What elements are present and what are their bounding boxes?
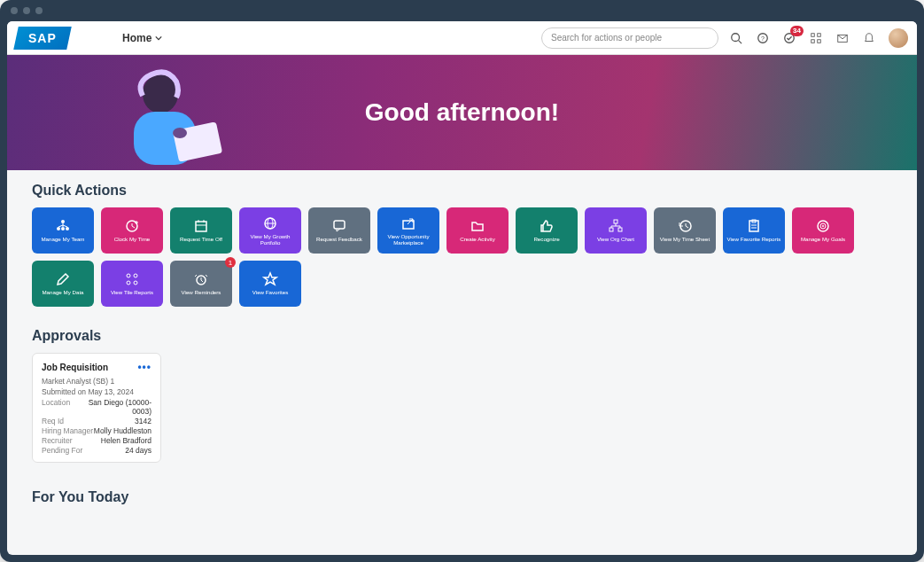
tile-label: Manage My Team [41,236,84,242]
row-key: Location [42,398,70,416]
org-icon [608,218,624,234]
approval-card[interactable]: Job Requisition ••• Market Analyst (SB) … [32,353,161,463]
tile-label: View Reminders [182,289,221,295]
chevron-down-icon [155,35,162,42]
tile-view-opportunity-marketplace[interactable]: View Opportunity Marketplace [377,207,439,254]
row-value: Helen Bradford [101,436,151,445]
thumb-icon [539,218,555,234]
tile-label: Clock My Time [114,236,151,242]
tile-view-tile-reports[interactable]: View Tile Reports [101,261,163,307]
svg-point-40 [134,274,137,277]
logo-text: SAP [28,31,57,45]
row-key: Pending For [42,446,82,455]
tile-clock-my-time[interactable]: Clock My Time [101,207,163,254]
tile-view-org-chart[interactable]: View Org Chart [585,207,647,254]
tile-create-activity[interactable]: Create Activity [446,207,509,254]
row-key: Hiring Manager [42,426,93,435]
svg-rect-8 [818,39,821,43]
card-submitted: Submitted on May 13, 2024 [42,387,151,396]
sap-logo[interactable]: SAP [13,27,72,50]
row-value: San Diego (10000-0003) [70,398,151,416]
svg-point-13 [173,128,187,138]
clock-plus-icon [124,218,140,234]
window-dot [23,7,30,14]
todo-icon[interactable]: 34 [782,31,796,45]
tile-label: Recognize [533,236,559,242]
row-value: 24 days [125,446,151,455]
tile-request-time-off[interactable]: Request Time Off [170,207,232,254]
tile-label: Manage My Goals [801,236,845,242]
folder-icon [470,218,485,234]
row-key: Recruiter [42,436,72,445]
toolbar-icons: ? 34 [729,28,908,48]
calendar-icon [193,218,209,234]
browser-titlebar [0,0,924,21]
pencil-icon [55,271,71,287]
tile-label: View Favorites [252,289,288,295]
tile-view-my-growth-portfolio[interactable]: View My Growth Portfolio [239,207,301,254]
tile-manage-my-team[interactable]: Manage My Team [32,207,94,254]
tile-view-favorite-reports[interactable]: View Favorite Reports [723,207,785,254]
tile-request-feedback[interactable]: Request Feedback [308,207,370,254]
approvals-title: Approvals [32,328,892,344]
star-icon [262,271,278,287]
for-you-section: For You Today [7,466,917,532]
home-menu[interactable]: Home [122,32,162,44]
svg-line-1 [739,40,742,43]
clipboard-icon [746,218,762,234]
tile-label: Create Activity [460,236,495,242]
globe-icon [262,215,278,231]
tile-view-reminders[interactable]: View Reminders1 [170,261,232,307]
svg-rect-28 [614,220,617,223]
svg-rect-26 [334,221,345,229]
search-placeholder: Search for actions or people [551,33,662,43]
history-icon [677,218,693,234]
avatar[interactable] [889,28,908,48]
grid-icon [124,271,140,287]
tile-manage-my-goals[interactable]: Manage My Goals [792,207,854,254]
svg-point-42 [134,281,137,285]
svg-rect-19 [196,222,206,231]
help-icon[interactable]: ? [756,31,770,45]
svg-point-14 [61,220,65,223]
tree-icon [55,218,71,234]
tile-manage-my-data[interactable]: Manage My Data [32,261,94,307]
tile-label: View Favorite Reports [727,236,781,242]
svg-point-41 [127,281,130,285]
svg-rect-6 [818,33,821,36]
search-input[interactable]: Search for actions or people [541,27,718,49]
more-icon[interactable]: ••• [137,361,151,373]
hero-title: Good afternoon! [365,98,559,127]
tile-label: View Opportunity Marketplace [379,233,438,246]
quick-actions-title: Quick Actions [32,183,892,199]
card-title: Job Requisition [42,363,108,372]
card-row: Req Id3142 [42,417,151,425]
tile-label: View Org Chart [597,236,634,242]
svg-point-39 [127,274,130,277]
window-dot [35,7,43,14]
tile-label: View Tile Reports [111,289,153,295]
card-row: Hiring ManagerMolly Huddleston [42,426,151,435]
svg-point-16 [61,227,65,230]
tiles-container: Manage My TeamClock My TimeRequest Time … [32,207,892,307]
hero-banner: Good afternoon! [7,55,917,170]
tile-label: Manage My Data [42,289,83,295]
svg-point-17 [66,227,69,230]
svg-point-38 [822,225,824,227]
svg-rect-7 [811,39,815,43]
search-icon[interactable] [729,31,743,45]
svg-rect-27 [403,221,414,229]
tile-view-favorites[interactable]: View Favorites [239,261,301,307]
tile-label: View My Growth Portfolio [241,233,299,246]
svg-rect-29 [610,228,613,231]
tile-view-my-time-sheet[interactable]: View My Time Sheet [654,207,716,254]
svg-text:?: ? [761,35,765,41]
tile-recognize[interactable]: Recognize [516,207,578,254]
bell-icon[interactable] [862,31,876,45]
launch-icon [400,215,416,231]
apps-icon[interactable] [809,31,823,45]
approvals-section: Approvals Job Requisition ••• Market Ana… [7,310,917,466]
inbox-icon[interactable] [835,31,850,45]
content-scroll[interactable]: Good afternoon! Quick Actions Manage My … [7,55,917,555]
row-value: 3142 [135,417,151,425]
